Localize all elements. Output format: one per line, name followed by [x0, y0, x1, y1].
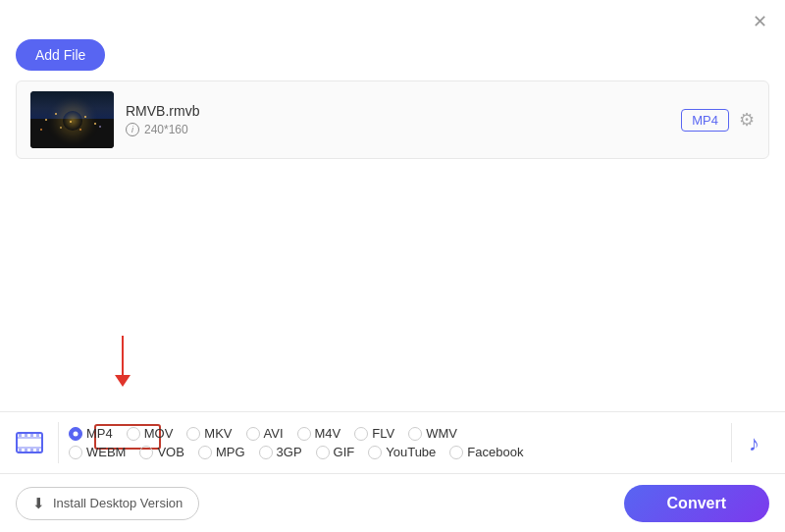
format-option-gif[interactable]: GIF	[316, 445, 355, 459]
format-radio-mpg[interactable]	[198, 446, 212, 459]
format-radio-m4v[interactable]	[297, 427, 311, 441]
format-radio-wmv[interactable]	[408, 427, 422, 441]
format-option-facebook[interactable]: Facebook	[449, 445, 523, 459]
svg-text:♪: ♪	[749, 431, 759, 455]
format-option-mkv[interactable]: MKV	[186, 426, 232, 441]
format-label-facebook: Facebook	[467, 445, 523, 459]
arrow-head	[115, 375, 131, 387]
format-radio-mkv[interactable]	[186, 427, 200, 441]
format-radio-webm[interactable]	[69, 446, 82, 459]
format-option-m4v[interactable]: M4V	[297, 426, 341, 441]
music-note-icon: ♪	[745, 429, 772, 456]
format-option-youtube[interactable]: YouTube	[368, 445, 436, 459]
format-radio-vob[interactable]	[139, 446, 153, 459]
format-badge[interactable]: MP4	[681, 109, 729, 132]
file-item: RMVB.rmvb i 240*160 MP4 ⚙	[17, 81, 768, 158]
svg-rect-10	[36, 449, 39, 452]
format-label-mpg: MPG	[216, 445, 245, 459]
format-radio-3gp[interactable]	[259, 446, 273, 459]
format-radio-youtube[interactable]	[368, 446, 382, 459]
format-option-avi[interactable]: AVI	[246, 426, 284, 441]
format-row-1: MP4 MOV MKV AVI M4V	[69, 426, 721, 441]
install-desktop-button[interactable]: ⬇ Install Desktop Version	[16, 487, 199, 520]
format-option-mp4[interactable]: MP4	[69, 426, 113, 441]
info-icon: i	[126, 123, 139, 136]
format-label-wmv: WMV	[426, 426, 457, 441]
file-thumbnail	[30, 91, 114, 148]
format-option-vob[interactable]: VOB	[139, 445, 183, 459]
install-label: Install Desktop Version	[53, 496, 183, 510]
file-name: RMVB.rmvb	[126, 103, 669, 119]
format-label-avi: AVI	[264, 426, 284, 441]
format-radio-flv[interactable]	[354, 427, 368, 441]
format-option-mov[interactable]: MOV	[127, 426, 174, 441]
file-list: RMVB.rmvb i 240*160 MP4 ⚙	[16, 80, 769, 159]
gear-icon: ⚙	[739, 110, 755, 130]
format-row-2: WEBM VOB MPG 3GP GIF	[69, 445, 721, 459]
svg-rect-8	[25, 449, 27, 452]
format-option-webm[interactable]: WEBM	[69, 445, 126, 459]
toolbar: Add File	[0, 33, 785, 80]
svg-rect-9	[30, 449, 33, 452]
file-meta: i 240*160	[126, 123, 669, 136]
download-icon: ⬇	[32, 495, 45, 512]
close-button[interactable]: ✕	[748, 10, 771, 33]
format-label-vob: VOB	[157, 445, 183, 459]
format-label-youtube: YouTube	[386, 445, 436, 459]
audio-type-icon[interactable]: ♪	[731, 423, 785, 462]
file-resolution: 240*160	[144, 123, 188, 136]
format-radio-facebook[interactable]	[449, 446, 463, 459]
arrow-shaft	[122, 336, 125, 375]
format-label-mkv: MKV	[204, 426, 232, 441]
svg-rect-2	[17, 447, 42, 449]
svg-rect-4	[25, 433, 27, 437]
svg-rect-3	[19, 433, 22, 437]
format-label-gif: GIF	[334, 445, 355, 459]
format-panel-inner: MP4 MOV MKV AVI M4V	[0, 412, 785, 473]
bottom-bar: ⬇ Install Desktop Version Convert	[0, 473, 785, 532]
video-type-icon[interactable]	[0, 422, 59, 463]
format-radio-mp4[interactable]	[69, 427, 82, 441]
format-radio-gif[interactable]	[316, 446, 330, 459]
add-file-button[interactable]: Add File	[16, 39, 105, 71]
format-label-webm: WEBM	[86, 445, 126, 459]
arrow-indicator	[115, 336, 131, 387]
format-option-mpg[interactable]: MPG	[198, 445, 245, 459]
convert-button[interactable]: Convert	[624, 485, 769, 522]
format-option-flv[interactable]: FLV	[354, 426, 394, 441]
file-actions: MP4 ⚙	[681, 109, 755, 132]
settings-button[interactable]: ⚙	[739, 109, 755, 131]
svg-rect-5	[30, 433, 33, 437]
format-options: MP4 MOV MKV AVI M4V	[59, 420, 731, 465]
svg-rect-7	[19, 449, 22, 452]
format-panel: MP4 MOV MKV AVI M4V	[0, 411, 785, 473]
title-bar: ✕	[0, 0, 785, 33]
format-label-flv: FLV	[372, 426, 394, 441]
format-option-3gp[interactable]: 3GP	[259, 445, 302, 459]
format-option-wmv[interactable]: WMV	[408, 426, 457, 441]
format-label-mp4: MP4	[86, 426, 113, 441]
format-radio-avi[interactable]	[246, 427, 260, 441]
svg-rect-6	[36, 433, 39, 437]
format-label-3gp: 3GP	[277, 445, 302, 459]
svg-rect-1	[17, 437, 42, 439]
format-radio-mov[interactable]	[127, 427, 140, 441]
film-icon	[15, 428, 44, 457]
format-label-m4v: M4V	[315, 426, 341, 441]
file-info: RMVB.rmvb i 240*160	[126, 103, 669, 136]
content-area	[0, 159, 785, 355]
format-label-mov: MOV	[144, 426, 174, 441]
